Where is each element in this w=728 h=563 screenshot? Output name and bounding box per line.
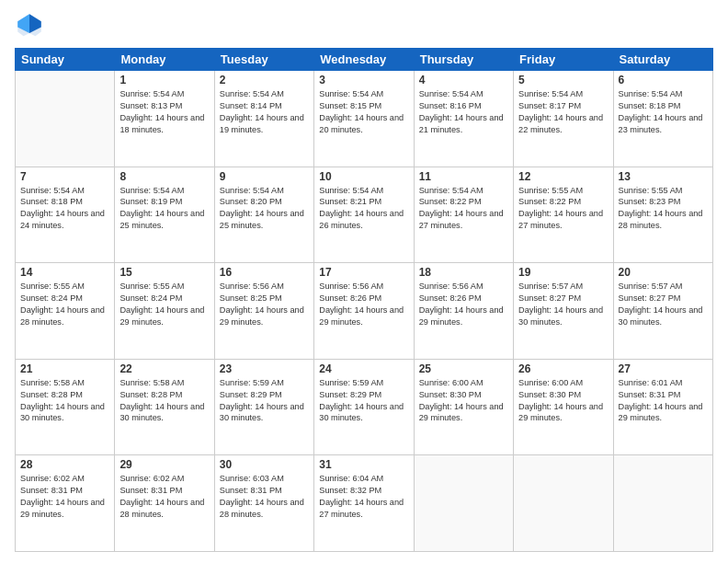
day-number: 10 (319, 170, 408, 183)
calendar-cell: 1Sunrise: 5:54 AMSunset: 8:13 PMDaylight… (115, 71, 214, 167)
cell-info: Sunrise: 5:57 AMSunset: 8:27 PMDaylight:… (619, 281, 708, 328)
day-number: 3 (319, 74, 408, 86)
day-number: 29 (119, 458, 209, 471)
cell-info: Sunrise: 6:03 AMSunset: 8:31 PMDaylight:… (220, 473, 309, 521)
cell-info: Sunrise: 5:55 AMSunset: 8:23 PMDaylight:… (619, 185, 708, 233)
cell-info: Sunrise: 5:56 AMSunset: 8:26 PMDaylight:… (419, 281, 508, 328)
header (15, 11, 713, 40)
cell-info: Sunrise: 6:00 AMSunset: 8:30 PMDaylight:… (518, 377, 608, 425)
calendar-table: SundayMondayTuesdayWednesdayThursdayFrid… (15, 48, 713, 552)
day-number: 15 (119, 266, 209, 279)
calendar-cell: 21Sunrise: 5:58 AMSunset: 8:28 PMDayligh… (16, 359, 115, 455)
week-row-3: 21Sunrise: 5:58 AMSunset: 8:28 PMDayligh… (16, 359, 713, 455)
calendar-cell: 5Sunrise: 5:54 AMSunset: 8:17 PMDaylight… (514, 71, 613, 167)
cell-info: Sunrise: 5:55 AMSunset: 8:24 PMDaylight:… (119, 281, 209, 328)
calendar-cell (613, 455, 712, 552)
day-number: 20 (619, 266, 708, 279)
day-number: 31 (319, 458, 408, 471)
day-number: 1 (119, 74, 209, 86)
calendar-cell: 26Sunrise: 6:00 AMSunset: 8:30 PMDayligh… (514, 359, 613, 455)
calendar-cell (414, 455, 513, 552)
calendar-page: SundayMondayTuesdayWednesdayThursdayFrid… (0, 0, 728, 563)
week-row-0: 1Sunrise: 5:54 AMSunset: 8:13 PMDaylight… (16, 71, 713, 167)
cell-info: Sunrise: 6:01 AMSunset: 8:31 PMDaylight:… (619, 377, 708, 425)
cell-info: Sunrise: 5:56 AMSunset: 8:26 PMDaylight:… (319, 281, 408, 328)
day-number: 27 (619, 362, 708, 375)
day-header-sunday: Sunday (16, 49, 115, 71)
cell-info: Sunrise: 5:54 AMSunset: 8:18 PMDaylight:… (619, 88, 708, 136)
day-number: 25 (419, 362, 508, 375)
day-number: 11 (419, 170, 508, 183)
calendar-cell: 13Sunrise: 5:55 AMSunset: 8:23 PMDayligh… (613, 167, 712, 263)
week-row-4: 28Sunrise: 6:02 AMSunset: 8:31 PMDayligh… (16, 455, 713, 552)
calendar-cell: 22Sunrise: 5:58 AMSunset: 8:28 PMDayligh… (115, 359, 214, 455)
day-number: 13 (619, 170, 708, 183)
day-number: 26 (518, 362, 608, 375)
calendar-cell: 12Sunrise: 5:55 AMSunset: 8:22 PMDayligh… (514, 167, 613, 263)
calendar-cell (16, 71, 115, 167)
calendar-cell: 8Sunrise: 5:54 AMSunset: 8:19 PMDaylight… (115, 167, 214, 263)
cell-info: Sunrise: 5:57 AMSunset: 8:27 PMDaylight:… (518, 281, 608, 328)
calendar-cell: 24Sunrise: 5:59 AMSunset: 8:29 PMDayligh… (314, 359, 414, 455)
calendar-cell: 6Sunrise: 5:54 AMSunset: 8:18 PMDaylight… (613, 71, 712, 167)
calendar-cell (514, 455, 613, 552)
calendar-cell: 10Sunrise: 5:54 AMSunset: 8:21 PMDayligh… (314, 167, 414, 263)
day-number: 18 (419, 266, 508, 279)
cell-info: Sunrise: 5:54 AMSunset: 8:14 PMDaylight:… (220, 88, 309, 136)
day-number: 14 (20, 266, 109, 279)
day-header-monday: Monday (115, 49, 214, 71)
cell-info: Sunrise: 5:54 AMSunset: 8:16 PMDaylight:… (419, 88, 508, 136)
cell-info: Sunrise: 6:00 AMSunset: 8:30 PMDaylight:… (419, 377, 508, 425)
cell-info: Sunrise: 5:55 AMSunset: 8:24 PMDaylight:… (20, 281, 109, 328)
calendar-cell: 27Sunrise: 6:01 AMSunset: 8:31 PMDayligh… (613, 359, 712, 455)
calendar-cell: 14Sunrise: 5:55 AMSunset: 8:24 PMDayligh… (16, 263, 115, 360)
day-number: 2 (220, 74, 309, 86)
cell-info: Sunrise: 5:54 AMSunset: 8:15 PMDaylight:… (319, 88, 408, 136)
calendar-cell: 16Sunrise: 5:56 AMSunset: 8:25 PMDayligh… (214, 263, 313, 360)
calendar-cell: 2Sunrise: 5:54 AMSunset: 8:14 PMDaylight… (214, 71, 313, 167)
day-number: 24 (319, 362, 408, 375)
day-number: 4 (419, 74, 508, 86)
cell-info: Sunrise: 5:54 AMSunset: 8:22 PMDaylight:… (419, 185, 508, 233)
day-number: 28 (20, 458, 109, 471)
calendar-cell: 17Sunrise: 5:56 AMSunset: 8:26 PMDayligh… (314, 263, 414, 360)
day-number: 23 (220, 362, 309, 375)
cell-info: Sunrise: 5:59 AMSunset: 8:29 PMDaylight:… (319, 377, 408, 425)
cell-info: Sunrise: 6:02 AMSunset: 8:31 PMDaylight:… (119, 473, 209, 521)
cell-info: Sunrise: 5:54 AMSunset: 8:17 PMDaylight:… (518, 88, 608, 136)
day-number: 12 (518, 170, 608, 183)
day-number: 6 (619, 74, 708, 86)
cell-info: Sunrise: 5:54 AMSunset: 8:18 PMDaylight:… (20, 185, 109, 233)
cell-info: Sunrise: 5:54 AMSunset: 8:20 PMDaylight:… (220, 185, 309, 233)
calendar-cell: 4Sunrise: 5:54 AMSunset: 8:16 PMDaylight… (414, 71, 513, 167)
calendar-cell: 28Sunrise: 6:02 AMSunset: 8:31 PMDayligh… (16, 455, 115, 552)
cell-info: Sunrise: 5:58 AMSunset: 8:28 PMDaylight:… (119, 377, 209, 425)
day-number: 5 (518, 74, 608, 86)
logo (15, 11, 48, 40)
day-number: 19 (518, 266, 608, 279)
cell-info: Sunrise: 5:54 AMSunset: 8:13 PMDaylight:… (119, 88, 209, 136)
calendar-cell: 7Sunrise: 5:54 AMSunset: 8:18 PMDaylight… (16, 167, 115, 263)
cell-info: Sunrise: 6:04 AMSunset: 8:32 PMDaylight:… (319, 473, 408, 521)
day-header-friday: Friday (514, 49, 613, 71)
day-number: 7 (20, 170, 109, 183)
logo-icon (15, 11, 44, 40)
week-row-2: 14Sunrise: 5:55 AMSunset: 8:24 PMDayligh… (16, 263, 713, 360)
cell-info: Sunrise: 5:54 AMSunset: 8:21 PMDaylight:… (319, 185, 408, 233)
day-header-wednesday: Wednesday (314, 49, 414, 71)
calendar-cell: 15Sunrise: 5:55 AMSunset: 8:24 PMDayligh… (115, 263, 214, 360)
cell-info: Sunrise: 5:59 AMSunset: 8:29 PMDaylight:… (220, 377, 309, 425)
calendar-cell: 18Sunrise: 5:56 AMSunset: 8:26 PMDayligh… (414, 263, 513, 360)
calendar-cell: 23Sunrise: 5:59 AMSunset: 8:29 PMDayligh… (214, 359, 313, 455)
calendar-cell: 30Sunrise: 6:03 AMSunset: 8:31 PMDayligh… (214, 455, 313, 552)
calendar-cell: 31Sunrise: 6:04 AMSunset: 8:32 PMDayligh… (314, 455, 414, 552)
calendar-cell: 20Sunrise: 5:57 AMSunset: 8:27 PMDayligh… (613, 263, 712, 360)
day-header-saturday: Saturday (613, 49, 712, 71)
day-number: 17 (319, 266, 408, 279)
calendar-header-row: SundayMondayTuesdayWednesdayThursdayFrid… (16, 49, 713, 71)
cell-info: Sunrise: 6:02 AMSunset: 8:31 PMDaylight:… (20, 473, 109, 521)
day-number: 8 (119, 170, 209, 183)
calendar-cell: 3Sunrise: 5:54 AMSunset: 8:15 PMDaylight… (314, 71, 414, 167)
calendar-cell: 25Sunrise: 6:00 AMSunset: 8:30 PMDayligh… (414, 359, 513, 455)
calendar-cell: 29Sunrise: 6:02 AMSunset: 8:31 PMDayligh… (115, 455, 214, 552)
